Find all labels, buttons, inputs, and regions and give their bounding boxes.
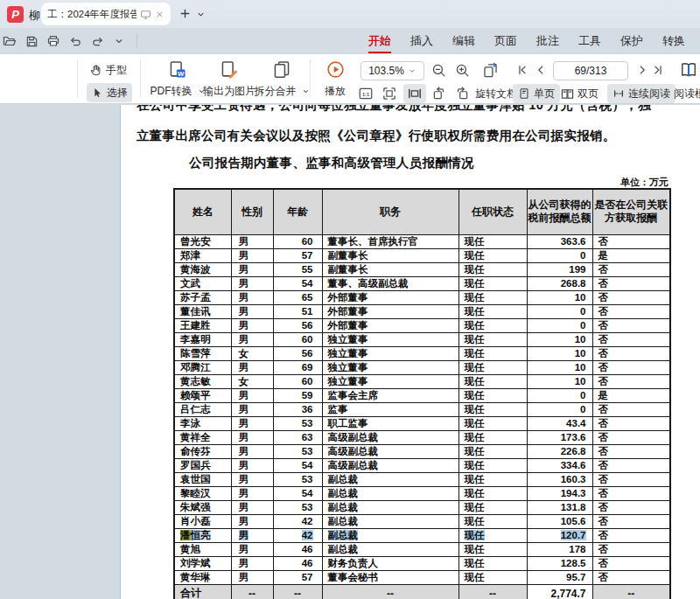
hand-tool-button[interactable]: 手型 [89, 61, 127, 80]
next-page-icon[interactable] [636, 64, 648, 76]
select-tool-label: 选择 [107, 86, 128, 101]
pdf-convert-icon: W [168, 60, 187, 80]
table-cell: 现任 [458, 374, 527, 388]
table-cell: 现任 [458, 332, 527, 346]
actual-size-icon[interactable]: 1:1 [358, 86, 374, 101]
table-cell: 董佳讯 [174, 304, 231, 318]
document-canvas[interactable]: 在公司中享受工资待遇；公司向每位独立董事发放年度独立董事津贴 10 万元（含税）… [0, 105, 700, 599]
open-file-icon[interactable] [2, 32, 18, 50]
wps-pdf-logo-icon[interactable]: P [7, 6, 24, 23]
double-page-label: 双页 [578, 87, 598, 101]
ribbon-tab-1[interactable]: 插入 [410, 33, 433, 53]
table-cell: 肖小磊 [174, 514, 231, 528]
table-row: 肖小磊男42副总裁现任105.6否 [174, 514, 670, 528]
table-cell: 否 [592, 514, 670, 528]
table-cell: 现任 [458, 262, 527, 276]
print-icon[interactable] [46, 32, 61, 50]
selected-text: 现任 [465, 530, 485, 540]
divider [77, 59, 78, 98]
replace-pages-icon[interactable] [482, 62, 499, 79]
quick-access-chevron-icon[interactable] [111, 32, 127, 50]
ribbon-tab-4[interactable]: 批注 [536, 33, 559, 53]
rotate-document-label: 旋转文档 [475, 87, 517, 101]
undo-icon[interactable] [67, 32, 83, 50]
redo-icon[interactable] [89, 32, 105, 50]
reading-mode-button[interactable]: 阅读模 [674, 87, 700, 101]
new-tab-icon[interactable] [178, 7, 192, 20]
table-row: 陈雪萍女56独立董事现任10否 [174, 346, 670, 360]
chevron-down-icon [408, 66, 416, 75]
select-tool-button[interactable]: 选择 [87, 83, 132, 102]
zoom-out-icon[interactable] [431, 63, 446, 78]
table-cell: 43.4 [527, 416, 592, 430]
table-cell: 178 [527, 542, 592, 556]
table-cell: 10 [527, 346, 592, 360]
column-header-2: 年龄 [273, 189, 322, 234]
document-tab[interactable]: 工：2024年年度报告 (1) [41, 3, 171, 25]
table-header-row: 姓名性别年龄职务任职状态从公司获得的税前报酬总额是否在公司关联方获取报酬 [174, 189, 670, 234]
ribbon-tab-2[interactable]: 编辑 [452, 33, 475, 53]
table-cell: 王建胜 [174, 318, 231, 332]
export-image-button[interactable]: 输出为图片 [200, 59, 259, 101]
table-cell: 男 [231, 416, 273, 430]
table-cell: 否 [592, 360, 670, 374]
page-number-input[interactable]: 69/313 [553, 61, 628, 80]
table-cell: 60 [273, 332, 322, 346]
close-tab-icon[interactable] [155, 10, 164, 19]
table-cell: 否 [592, 430, 670, 444]
table-cell: 现任 [458, 304, 527, 318]
table-cell: 10 [527, 374, 592, 388]
table-cell: 男 [231, 290, 273, 304]
table-cell: 现任 [458, 542, 527, 556]
table-cell: 否 [592, 556, 670, 570]
table-cell: 现任 [458, 388, 527, 402]
table-cell: 54 [273, 458, 322, 472]
first-page-icon[interactable] [516, 64, 528, 76]
previous-page-icon[interactable] [535, 64, 547, 76]
total-cell: -- [231, 584, 273, 599]
single-page-button[interactable]: 单页 [513, 84, 560, 103]
table-cell: 财务负责人 [322, 556, 458, 570]
table-cell: 潘恒亮 [174, 528, 231, 542]
table-cell: 独立董事 [322, 332, 458, 346]
save-icon[interactable] [24, 32, 39, 50]
double-page-button[interactable]: 双页 [561, 84, 613, 103]
table-cell: 131.8 [527, 500, 592, 514]
split-merge-button[interactable]: 拆分合并 [252, 59, 312, 101]
table-cell: 黄旭 [174, 542, 231, 556]
zoom-in-icon[interactable] [455, 63, 470, 78]
table-cell: 邓腾江 [174, 360, 231, 374]
rotate-right-icon[interactable] [454, 86, 470, 101]
last-page-icon[interactable] [652, 64, 664, 76]
table-cell: 65 [273, 290, 322, 304]
ribbon-tab-0[interactable]: 开始 [368, 33, 391, 53]
book-reading-icon[interactable] [680, 61, 697, 79]
table-cell: 现任 [458, 234, 527, 248]
table-cell: 吕仁志 [174, 402, 231, 416]
table-cell: 副董事长 [322, 262, 458, 276]
column-header-4: 任职状态 [458, 189, 527, 234]
table-total-row: 合计--------2,774.7-- [174, 584, 670, 599]
table-cell: 否 [592, 416, 670, 430]
rotate-document-button[interactable]: 旋转文档 [475, 87, 517, 101]
table-cell: 男 [231, 402, 273, 416]
paragraph-line: 立董事出席公司有关会议以及按照《公司章程》行使职权所需费用在公司据实报销。 [136, 128, 616, 144]
fit-page-icon[interactable] [382, 86, 397, 101]
ribbon-tab-5[interactable]: 工具 [578, 33, 601, 53]
continuous-reading-button[interactable]: 连续阅读 [607, 84, 676, 103]
rotate-left-icon[interactable] [431, 86, 447, 101]
table-cell: 否 [592, 346, 670, 360]
zoom-level-input[interactable]: 103.5% [360, 61, 424, 80]
column-header-3: 职务 [322, 189, 458, 234]
tab-list-chevron-icon[interactable] [196, 10, 206, 19]
table-cell: 男 [231, 248, 273, 262]
pdf-page[interactable]: 在公司中享受工资待遇；公司向每位独立董事发放年度独立董事津贴 10 万元（含税）… [120, 105, 700, 599]
ribbon-tab-7[interactable]: 转换 [662, 33, 685, 53]
play-slideshow-button[interactable]: 播放 [317, 59, 354, 101]
table-cell: 否 [592, 374, 670, 388]
column-header-5: 从公司获得的税前报酬总额 [527, 189, 592, 234]
fit-width-icon[interactable] [403, 84, 426, 103]
table-cell: 现任 [458, 514, 527, 528]
ribbon-tab-6[interactable]: 保护 [620, 33, 643, 53]
ribbon-tab-3[interactable]: 页面 [494, 33, 517, 53]
